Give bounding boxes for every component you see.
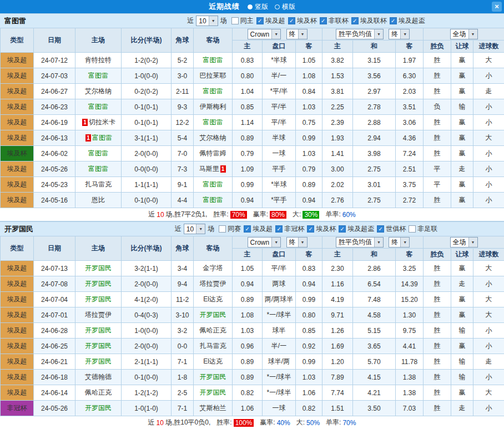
radio-icon[interactable] xyxy=(248,4,253,9)
corners-cell: 12-2 xyxy=(172,115,194,130)
filter-checkbox-非联杯[interactable]: ✓非联杯 xyxy=(320,16,349,26)
checkbox-checked-icon[interactable]: ✓ xyxy=(339,225,346,233)
euro-away-odds-cell: 15.20 xyxy=(396,292,424,307)
euro-odds-select[interactable]: 胜平负均值▼ xyxy=(336,29,384,39)
matches-tbody: 埃及超24-07-12肯特拉特1-2(0-2)5-2富图雷0.83*半球1.05… xyxy=(1,53,504,208)
goals-result-cell: 走 xyxy=(473,354,504,370)
league-cell: 埃及超 xyxy=(1,261,34,276)
asia-stage-select[interactable]: 终▼ xyxy=(286,237,308,248)
league-cell: 埃及超 xyxy=(1,177,34,193)
checkbox-unchecked-icon[interactable] xyxy=(219,225,226,233)
scope-select[interactable]: 全场▼ xyxy=(450,237,478,248)
euro-draw-odds-cell: 4.21 xyxy=(353,385,396,401)
dropdown-arrow-icon: ▼ xyxy=(271,29,280,39)
team-name: 富图雷 xyxy=(203,180,223,188)
team-name: 开罗国民 xyxy=(85,404,112,412)
score-cell: 1-2(0-2) xyxy=(122,53,172,68)
select-value: 全场 xyxy=(451,238,468,247)
checkbox-checked-icon[interactable]: ✓ xyxy=(351,17,359,24)
checkbox-unchecked-icon[interactable] xyxy=(231,17,239,24)
filter-checkbox-埃及杯[interactable]: ✓埃及杯 xyxy=(307,224,336,234)
filter-label: 非足联 xyxy=(417,224,437,234)
recent-count-select[interactable]: 10▼ xyxy=(184,224,205,234)
col-type: 类型 xyxy=(1,28,34,53)
filter-checkbox-埃及杯[interactable]: ✓埃及杯 xyxy=(288,16,317,26)
goals-result-cell: 小 xyxy=(473,401,504,416)
filter-checkbox-同主[interactable]: 同主 xyxy=(231,16,254,26)
view-option[interactable]: 横版 xyxy=(275,2,295,12)
away-team-cell: 巴拉莱耶 xyxy=(194,68,233,84)
filter-checkbox-埃及超[interactable]: ✓埃及超 xyxy=(244,224,273,234)
matches-label: 场 xyxy=(220,16,227,26)
checkbox-checked-icon[interactable]: ✓ xyxy=(377,225,384,233)
league-cell: 埃及超 xyxy=(1,276,34,292)
corners-cell: 5-2 xyxy=(172,53,194,68)
bookmaker-select[interactable]: Crown▼ xyxy=(248,29,281,39)
summary-count: 10 xyxy=(157,211,164,219)
date-cell: 24-07-13 xyxy=(34,261,75,276)
team-name: 扎马雷克 xyxy=(200,342,226,350)
asia-home-odds-cell: 1.08 xyxy=(233,307,263,323)
team-name: 伊斯梅利 xyxy=(200,103,226,110)
team-name: 开罗国民 xyxy=(200,373,226,381)
checkbox-unchecked-icon[interactable] xyxy=(409,225,416,233)
match-row: 埃及超24-07-01塔拉贾伊0-4(0-3)3-10开罗国民1.08*一/球半… xyxy=(1,307,504,323)
filter-checkbox-世俱杯[interactable]: ✓世俱杯 xyxy=(377,224,406,234)
euro-home-odds-cell: 4.19 xyxy=(322,292,353,307)
euro-draw-odds-cell: 2.78 xyxy=(353,99,396,115)
team-name: 肯特拉特 xyxy=(85,56,112,64)
matches-tbody: 埃及超24-07-13开罗国民3-2(1-1)3-4金字塔1.05平/半0.83… xyxy=(1,261,504,416)
filter-checkbox-同赛[interactable]: 同赛 xyxy=(219,224,241,234)
checkbox-checked-icon[interactable]: ✓ xyxy=(320,17,327,24)
team-name: 开罗国民 xyxy=(85,326,112,334)
score-cell: 1-0(0-0) xyxy=(122,323,172,339)
corners-cell: 3-10 xyxy=(172,307,194,323)
team-name: 艾斯柏兰 xyxy=(200,404,226,412)
bookmaker-select[interactable]: Crown▼ xyxy=(248,237,281,248)
euro-home-odds-cell: 1.69 xyxy=(322,339,353,354)
filter-checkbox-埃及超盃[interactable]: ✓埃及超盃 xyxy=(339,224,374,234)
checkbox-checked-icon[interactable]: ✓ xyxy=(307,225,314,233)
euro-away-odds-cell: 9.75 xyxy=(396,323,424,339)
away-team-cell: 马斯里1 xyxy=(194,161,233,177)
close-button[interactable]: × xyxy=(492,2,502,12)
radio-icon[interactable] xyxy=(275,4,280,9)
filter-checkbox-非足联[interactable]: 非足联 xyxy=(409,224,437,234)
dropdown-arrow-icon: ▼ xyxy=(298,29,307,39)
scope-select[interactable]: 全场▼ xyxy=(450,29,478,39)
league-cell: 埃及超 xyxy=(1,354,34,370)
euro-stage-select[interactable]: 终▼ xyxy=(389,237,410,248)
euro-draw-odds-cell: 4.15 xyxy=(353,370,396,385)
team-name: 艾尔格纳 xyxy=(200,134,226,142)
checkbox-checked-icon[interactable]: ✓ xyxy=(288,17,295,24)
home-team-cell: 肯特拉特 xyxy=(75,53,122,68)
checkbox-checked-icon[interactable]: ✓ xyxy=(390,17,397,24)
recent-count-select[interactable]: 10▼ xyxy=(196,16,218,26)
asia-odds-header: Crown▼ 终▼ xyxy=(233,28,322,41)
score-cell: 2-0(0-0) xyxy=(122,339,172,354)
asia-stage-select[interactable]: 终▼ xyxy=(286,29,308,39)
summary-stat-value: 80% xyxy=(270,211,286,219)
euro-odds-select[interactable]: 胜平负均值▼ xyxy=(336,237,384,248)
euro-stage-select[interactable]: 终▼ xyxy=(389,29,410,39)
date-cell: 24-06-27 xyxy=(34,84,75,99)
handicap-cell: 两/两球半 xyxy=(263,292,296,307)
checkbox-checked-icon[interactable]: ✓ xyxy=(244,225,251,233)
league-cell: 埃及超 xyxy=(1,193,34,208)
col-home: 主场 xyxy=(75,236,122,261)
league-cell: 埃及杯 xyxy=(1,146,34,161)
filter-checkbox-非冠杯[interactable]: ✓非冠杯 xyxy=(275,224,304,234)
filter-checkbox-埃及超盃[interactable]: ✓埃及超盃 xyxy=(390,16,425,26)
summary-stat-value: 70% xyxy=(342,419,356,427)
red-card-badge: 1 xyxy=(82,119,88,126)
checkbox-checked-icon[interactable]: ✓ xyxy=(256,17,264,24)
summary-stat-label: 赢率: xyxy=(260,418,275,427)
team-name: 巴拉莱耶 xyxy=(200,72,226,79)
view-option[interactable]: 竖版 xyxy=(248,2,268,12)
filter-checkbox-埃及超[interactable]: ✓埃及超 xyxy=(256,16,285,26)
filter-checkbox-埃及联杯[interactable]: ✓埃及联杯 xyxy=(351,16,387,26)
summary-stat-value: 70% xyxy=(230,211,247,219)
asia-away-odds-cell: 0.80 xyxy=(296,307,322,323)
checkbox-checked-icon[interactable]: ✓ xyxy=(275,225,283,233)
away-team-cell: 扎马雷克 xyxy=(194,339,233,354)
